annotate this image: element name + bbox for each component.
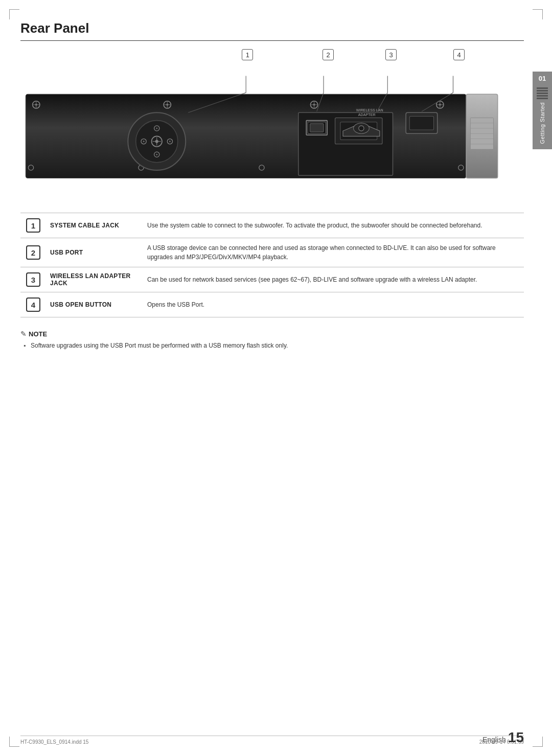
chapter-title: Getting Started xyxy=(539,100,545,146)
page-number-area: English 15 xyxy=(482,730,524,745)
note-section: ✎ NOTE Software upgrades using the USB P… xyxy=(20,330,524,350)
diagram-num-3: 3 xyxy=(385,49,397,60)
features-table: 1 SYSTEM CABLE JACK Use the system cable… xyxy=(20,213,524,317)
feature-num-cell: 3 xyxy=(20,267,46,292)
footer: HT-C9930_ELS_0914.indd 15 2010-09-14 6:5… xyxy=(20,736,524,745)
svg-rect-47 xyxy=(409,116,433,130)
feature-number-box: 2 xyxy=(26,245,40,260)
feature-label-cell: USB OPEN BUTTON xyxy=(46,292,143,317)
feature-label-cell: USB PORT xyxy=(46,238,143,267)
svg-point-33 xyxy=(169,141,171,142)
feature-desc-cell: Can be used for network based services (… xyxy=(143,267,524,292)
device-diagram: WIRELESS LAN ADAPTER xyxy=(20,64,524,192)
feature-desc-cell: Use the system cable to connect to the s… xyxy=(143,213,524,238)
feature-desc-cell: Opens the USB Port. xyxy=(143,292,524,317)
svg-text:ADAPTER: ADAPTER xyxy=(358,113,376,117)
feature-row-3: 3 WIRELESS LAN ADAPTER JACK Can be used … xyxy=(20,267,524,292)
diagram-num-2: 2 xyxy=(323,49,334,60)
feature-desc-cell: A USB storage device can be connected he… xyxy=(143,238,524,267)
note-item-1: Software upgrades using the USB Port mus… xyxy=(20,341,524,350)
page-number: 15 xyxy=(508,730,524,745)
svg-point-31 xyxy=(156,154,157,155)
svg-point-29 xyxy=(156,127,157,129)
diagram-num-1: 1 xyxy=(242,49,253,60)
feature-number-box: 1 xyxy=(26,218,40,233)
feature-row-1: 1 SYSTEM CABLE JACK Use the system cable… xyxy=(20,213,524,238)
footer-filename: HT-C9930_ELS_0914.indd 15 xyxy=(20,739,88,745)
svg-point-35 xyxy=(143,141,145,142)
feature-label-cell: WIRELESS LAN ADAPTER JACK xyxy=(46,267,143,292)
diagram-area: 1 2 3 4 xyxy=(20,49,524,197)
svg-text:WIRELESS LAN: WIRELESS LAN xyxy=(356,108,383,112)
corner-mark-tl xyxy=(9,9,19,19)
svg-point-43 xyxy=(359,126,364,131)
main-content: Rear Panel 1 2 3 4 xyxy=(20,20,524,730)
page-title: Rear Panel xyxy=(20,20,524,41)
feature-label-cell: SYSTEM CABLE JACK xyxy=(46,213,143,238)
corner-mark-br xyxy=(533,737,543,747)
corner-mark-bl xyxy=(9,737,19,747)
feature-number-box: 3 xyxy=(26,272,40,287)
feature-num-cell: 4 xyxy=(20,292,46,317)
note-icon: ✎ xyxy=(20,330,27,338)
note-header: ✎ NOTE xyxy=(20,330,524,338)
page-word: English xyxy=(482,736,506,744)
feature-row-2: 2 USB PORT A USB storage device can be c… xyxy=(20,238,524,267)
feature-row-4: 4 USB OPEN BUTTON Opens the USB Port. xyxy=(20,292,524,317)
feature-num-cell: 1 xyxy=(20,213,46,238)
corner-mark-tr xyxy=(533,9,543,19)
svg-rect-0 xyxy=(26,94,466,178)
diagram-num-4: 4 xyxy=(453,49,465,60)
chapter-tab: 01 Getting Started xyxy=(533,72,552,149)
chapter-number: 01 xyxy=(539,75,546,82)
note-title: NOTE xyxy=(29,330,47,338)
diagram-numbers: 1 2 3 4 xyxy=(20,49,524,64)
feature-number-box: 4 xyxy=(26,297,40,312)
svg-rect-39 xyxy=(310,124,324,132)
feature-num-cell: 2 xyxy=(20,238,46,267)
